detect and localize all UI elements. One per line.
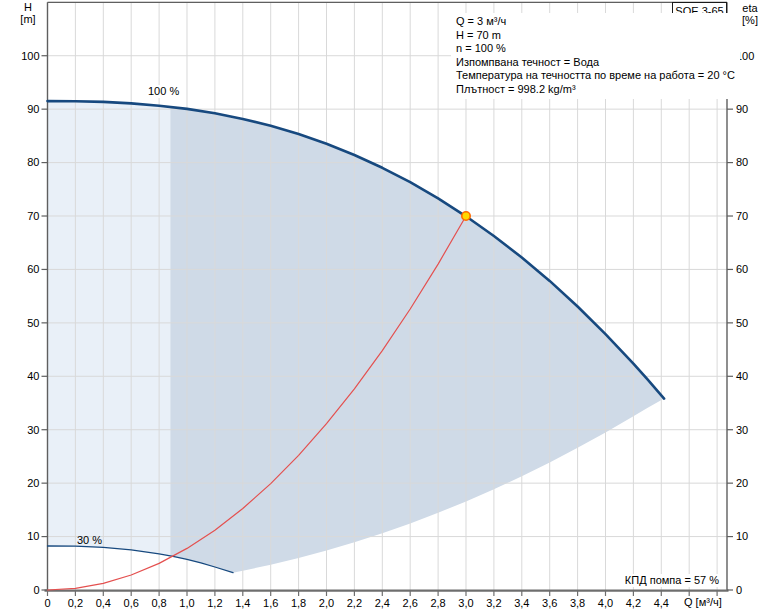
info-density: Плътност = 998.2 kg/m³ (456, 83, 735, 97)
x-tick-label: 4,4 (654, 597, 669, 609)
left-tick-label: 10 (27, 530, 39, 542)
right-tick-label: 80 (736, 156, 748, 168)
x-tick-label: 2,8 (430, 597, 445, 609)
operating-range-low-flow (48, 101, 171, 556)
left-tick-label: 40 (27, 370, 39, 382)
x-tick-label: 1,6 (263, 597, 278, 609)
speed-label-100pct: 100 % (146, 85, 181, 98)
info-speed: n = 100 % (456, 42, 735, 56)
info-liquid: Изпомпвана течност = Вода (456, 56, 735, 70)
left-tick-label: 60 (27, 263, 39, 275)
x-tick-label: 0 (44, 597, 50, 609)
speed-label-30pct: 30 % (77, 534, 102, 547)
left-tick-label: 50 (27, 317, 39, 329)
right-tick-label: 10 (736, 530, 748, 542)
left-tick-label: 20 (27, 477, 39, 489)
left-tick-label: 70 (27, 210, 39, 222)
x-tick-label: 0,6 (124, 597, 139, 609)
x-tick-label: 0,2 (68, 597, 83, 609)
x-tick-label: 3,2 (486, 597, 501, 609)
x-tick-label: 0,8 (151, 597, 166, 609)
left-axis-unit: H [m] (13, 1, 43, 25)
left-axis-unit-line1: H (13, 1, 43, 13)
left-axis-unit-line2: [m] (13, 13, 43, 25)
x-tick-label: 2,2 (347, 597, 362, 609)
x-tick-label: 2,6 (403, 597, 418, 609)
x-tick-label: 2,0 (319, 597, 334, 609)
duty-info-block: Q = 3 м³/ч H = 70 m n = 100 % Изпомпвана… (451, 13, 740, 99)
left-tick-label: 80 (27, 156, 39, 168)
pump-efficiency-label: КПД помпа = 57 % (622, 574, 722, 587)
duty-point-marker (462, 212, 470, 220)
right-tick-label: 90 (736, 103, 748, 115)
right-tick-label: 0 (736, 584, 742, 596)
right-tick-label: 50 (736, 317, 748, 329)
x-tick-label: 1,8 (291, 597, 306, 609)
x-tick-label: 3,4 (514, 597, 529, 609)
x-tick-label: 3,0 (458, 597, 473, 609)
right-tick-label: 60 (736, 263, 748, 275)
info-head: H = 70 m (456, 29, 735, 43)
info-flow: Q = 3 м³/ч (456, 15, 735, 29)
info-temperature: Температура на течността по време на раб… (456, 69, 735, 83)
left-tick-label: 100 (21, 50, 39, 62)
x-axis-unit: Q [м³/ч] (684, 596, 722, 609)
x-tick-label: 1,2 (207, 597, 222, 609)
left-tick-label: 90 (27, 103, 39, 115)
x-tick-label: 0,4 (96, 597, 111, 609)
right-tick-label: 30 (736, 424, 748, 436)
x-tick-label: 4,2 (626, 597, 641, 609)
left-tick-label: 30 (27, 424, 39, 436)
x-tick-label: 4,0 (598, 597, 613, 609)
pump-curve-page: 00,20,40,60,81,01,21,41,61,82,02,22,42,6… (0, 0, 774, 611)
left-tick-label: 0 (33, 584, 39, 596)
right-tick-label: 40 (736, 370, 748, 382)
x-tick-label: 1,0 (179, 597, 194, 609)
x-tick-label: 2,4 (375, 597, 390, 609)
x-tick-label: 3,6 (542, 597, 557, 609)
right-tick-label: 20 (736, 477, 748, 489)
x-tick-label: 3,8 (570, 597, 585, 609)
x-tick-label: 1,4 (235, 597, 250, 609)
right-tick-label: 70 (736, 210, 748, 222)
